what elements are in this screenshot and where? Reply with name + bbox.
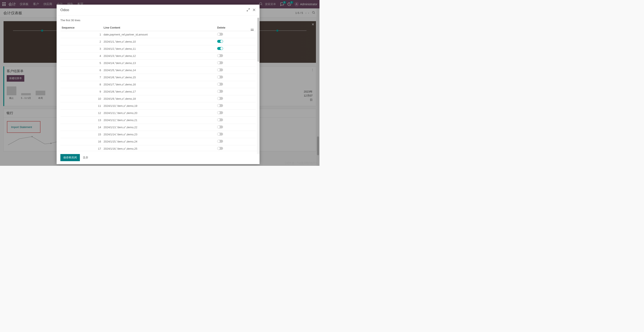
cell-content: 2024/1/16,"dem,o",demo,25 bbox=[102, 145, 216, 151]
cell-delete bbox=[216, 124, 250, 131]
table-row[interactable]: 162024/1/15,"dem,o",demo,24 bbox=[60, 138, 256, 145]
delete-toggle[interactable] bbox=[217, 33, 223, 36]
svg-line-8 bbox=[247, 10, 248, 11]
save-close-button[interactable]: 保存和关闭 bbox=[60, 154, 80, 161]
cell-sequence: 1 bbox=[60, 31, 102, 38]
delete-toggle[interactable] bbox=[217, 104, 223, 107]
cell-delete bbox=[216, 117, 250, 124]
close-icon[interactable] bbox=[252, 8, 256, 12]
cell-content: 2024/1/14,"dem,o",demo,23 bbox=[102, 131, 216, 138]
table-row[interactable]: 22024/1/1,"dem,o",demo,10 bbox=[60, 38, 256, 45]
delete-toggle[interactable] bbox=[217, 90, 223, 93]
cell-content: 2024/1/2,"dem,o",demo,11 bbox=[102, 45, 216, 53]
cell-delete bbox=[216, 38, 250, 45]
cell-content: 2024/1/3,"dem,o",demo,12 bbox=[102, 53, 216, 60]
cell-sequence: 4 bbox=[60, 53, 102, 60]
delete-toggle[interactable] bbox=[217, 47, 223, 50]
import-modal: Odoo The first 30 lines Sequence Line Co… bbox=[56, 5, 260, 164]
svg-line-7 bbox=[248, 9, 250, 10]
delete-toggle[interactable] bbox=[217, 61, 223, 64]
delete-toggle[interactable] bbox=[217, 40, 223, 43]
delete-toggle[interactable] bbox=[217, 76, 223, 79]
cell-sequence: 8 bbox=[60, 81, 102, 88]
cell-delete bbox=[216, 102, 250, 110]
cell-sequence: 11 bbox=[60, 102, 102, 110]
footer-credit: CSDN @一只花里胡哨的程序员 bbox=[285, 161, 318, 165]
cell-sequence: 3 bbox=[60, 45, 102, 53]
table-row[interactable]: 102024/1/9,"dem,o",demo,18 bbox=[60, 95, 256, 102]
cell-sequence: 5 bbox=[60, 60, 102, 67]
cell-delete bbox=[216, 31, 250, 38]
delete-toggle[interactable] bbox=[217, 111, 223, 114]
cell-sequence: 2 bbox=[60, 38, 102, 45]
modal-title: Odoo bbox=[60, 8, 244, 12]
table-row[interactable]: 92024/1/8,"dem,o",demo,17 bbox=[60, 88, 256, 95]
table-row[interactable]: 152024/1/14,"dem,o",demo,23 bbox=[60, 131, 256, 138]
cell-content: date,payment_ref,partner_id,amount bbox=[102, 31, 216, 38]
cell-sequence: 15 bbox=[60, 131, 102, 138]
delete-toggle[interactable] bbox=[217, 97, 223, 100]
table-row[interactable]: 172024/1/16,"dem,o",demo,25 bbox=[60, 145, 256, 151]
discard-button[interactable]: 丢弃 bbox=[83, 156, 88, 159]
col-delete: Delete bbox=[216, 24, 250, 31]
cell-sequence: 7 bbox=[60, 74, 102, 81]
modal-scrollbar[interactable] bbox=[257, 18, 260, 154]
cell-sequence: 10 bbox=[60, 95, 102, 102]
delete-toggle[interactable] bbox=[217, 126, 223, 128]
table-row[interactable]: 1date,payment_ref,partner_id,amount bbox=[60, 31, 256, 38]
table-row[interactable]: 132024/1/12,"dem,o",demo,21 bbox=[60, 117, 256, 124]
cell-content: 2024/1/4,"dem,o",demo,13 bbox=[102, 60, 216, 67]
cell-content: 2024/1/9,"dem,o",demo,18 bbox=[102, 95, 216, 102]
table-row[interactable]: 52024/1/4,"dem,o",demo,13 bbox=[60, 60, 256, 67]
table-row[interactable]: 72024/1/6,"dem,o",demo,15 bbox=[60, 74, 256, 81]
table-row[interactable]: 122024/1/11,"dem,o",demo,20 bbox=[60, 110, 256, 117]
cell-content: 2024/1/13,"dem,o",demo,22 bbox=[102, 124, 216, 131]
table-row[interactable]: 32024/1/2,"dem,o",demo,11 bbox=[60, 45, 256, 53]
cell-delete bbox=[216, 81, 250, 88]
cell-delete bbox=[216, 60, 250, 67]
cell-content: 2024/1/8,"dem,o",demo,17 bbox=[102, 88, 216, 95]
delete-toggle[interactable] bbox=[217, 133, 223, 136]
cell-content: 2024/1/10,"dem,o",demo,19 bbox=[102, 102, 216, 110]
cell-sequence: 13 bbox=[60, 117, 102, 124]
delete-toggle[interactable] bbox=[217, 147, 223, 150]
cell-content: 2024/1/6,"dem,o",demo,15 bbox=[102, 74, 216, 81]
col-settings[interactable] bbox=[250, 24, 256, 31]
cell-delete bbox=[216, 110, 250, 117]
cell-sequence: 17 bbox=[60, 145, 102, 151]
table-row[interactable]: 112024/1/10,"dem,o",demo,19 bbox=[60, 102, 256, 110]
cell-content: 2024/1/7,"dem,o",demo,16 bbox=[102, 81, 216, 88]
delete-toggle[interactable] bbox=[217, 54, 223, 57]
cell-delete bbox=[216, 95, 250, 102]
cell-sequence: 6 bbox=[60, 67, 102, 74]
delete-toggle[interactable] bbox=[217, 68, 223, 71]
cell-delete bbox=[216, 45, 250, 53]
expand-icon[interactable] bbox=[246, 8, 250, 12]
cell-delete bbox=[216, 74, 250, 81]
cell-content: 2024/1/1,"dem,o",demo,10 bbox=[102, 38, 216, 45]
table-row[interactable]: 82024/1/7,"dem,o",demo,16 bbox=[60, 81, 256, 88]
modal-subtitle: The first 30 lines bbox=[60, 19, 256, 22]
delete-toggle[interactable] bbox=[217, 140, 223, 143]
col-content: Line Content bbox=[102, 24, 216, 31]
lines-table: Sequence Line Content Delete 1date,payme… bbox=[60, 24, 256, 151]
cell-sequence: 16 bbox=[60, 138, 102, 145]
cell-sequence: 9 bbox=[60, 88, 102, 95]
cell-content: 2024/1/5,"dem,o",demo,14 bbox=[102, 67, 216, 74]
cell-content: 2024/1/12,"dem,o",demo,21 bbox=[102, 117, 216, 124]
delete-toggle[interactable] bbox=[217, 83, 223, 86]
cell-content: 2024/1/11,"dem,o",demo,20 bbox=[102, 110, 216, 117]
cell-delete bbox=[216, 53, 250, 60]
cell-delete bbox=[216, 88, 250, 95]
delete-toggle[interactable] bbox=[217, 118, 223, 121]
table-row[interactable]: 42024/1/3,"dem,o",demo,12 bbox=[60, 53, 256, 60]
cell-sequence: 12 bbox=[60, 110, 102, 117]
table-row[interactable]: 62024/1/5,"dem,o",demo,14 bbox=[60, 67, 256, 74]
cell-sequence: 14 bbox=[60, 124, 102, 131]
cell-delete bbox=[216, 131, 250, 138]
table-row[interactable]: 142024/1/13,"dem,o",demo,22 bbox=[60, 124, 256, 131]
cell-delete bbox=[216, 67, 250, 74]
cell-delete bbox=[216, 138, 250, 145]
cell-content: 2024/1/15,"dem,o",demo,24 bbox=[102, 138, 216, 145]
col-sequence: Sequence bbox=[60, 24, 102, 31]
